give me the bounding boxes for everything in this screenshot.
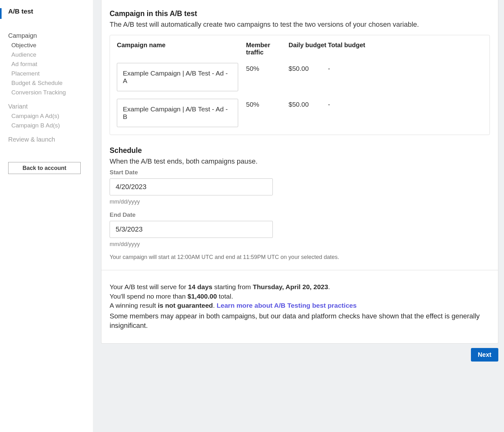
nav-item-placement[interactable]: Placement (11, 70, 87, 77)
summary-overlap-note: Some members may appear in both campaign… (110, 311, 490, 331)
schedule-desc: When the A/B test ends, both campaigns p… (110, 157, 490, 166)
nav-item-audience[interactable]: Audience (11, 51, 87, 58)
col-header-total: Total budget (328, 42, 483, 49)
schedule-heading: Schedule (110, 146, 490, 155)
col-header-name: Campaign name (117, 42, 246, 49)
nav-item-ad-format[interactable]: Ad format (11, 61, 87, 68)
form-card: Campaign in this A/B test The A/B test w… (101, 0, 498, 344)
sidebar-gutter (93, 0, 101, 432)
main-panel: Campaign in this A/B test The A/B test w… (101, 0, 504, 432)
summary-line-duration: Your A/B test will serve for 14 days sta… (110, 282, 490, 291)
start-date-hint: mm/dd/yyyy (110, 199, 490, 205)
summary-spend-cap: $1,400.00 (187, 293, 217, 300)
nav-item-conversion-tracking[interactable]: Conversion Tracking (11, 89, 87, 96)
nav-section-review-launch[interactable]: Review & launch (8, 136, 87, 143)
campaigns-table-header: Campaign name Member traffic Daily budge… (117, 42, 483, 56)
active-indicator (0, 8, 2, 19)
campaigns-desc: The A/B test will automatically create t… (110, 20, 490, 29)
summary-duration: 14 days (188, 283, 212, 290)
campaigns-table: Campaign name Member traffic Daily budge… (110, 35, 490, 135)
end-date-input[interactable] (110, 221, 273, 238)
nav-item-campaign-b-ads[interactable]: Campaign B Ad(s) (11, 122, 87, 129)
end-date-label: End Date (110, 211, 490, 218)
campaign-traffic-a: 50% (246, 63, 289, 72)
nav-section-abtest[interactable]: A/B test (8, 8, 87, 15)
start-date-input[interactable] (110, 178, 273, 195)
table-row: Example Campaign | A/B Test - Ad - A 50%… (117, 63, 483, 91)
nav-item-budget-schedule[interactable]: Budget & Schedule (11, 80, 87, 87)
col-header-traffic: Member traffic (246, 42, 289, 56)
footer-bar: Next (101, 344, 504, 362)
summary-line-spend: You'll spend no more than $1,400.00 tota… (110, 292, 490, 301)
campaign-total-b: - (328, 99, 483, 108)
next-button[interactable]: Next (471, 348, 498, 362)
nav-item-objective[interactable]: Objective (11, 42, 87, 49)
col-header-daily: Daily budget (289, 42, 328, 49)
learn-more-link[interactable]: Learn more about A/B Testing best practi… (217, 302, 357, 309)
table-row: Example Campaign | A/B Test - Ad - B 50%… (117, 99, 483, 127)
nav-section-variant[interactable]: Variant (8, 103, 87, 110)
campaign-total-a: - (328, 63, 483, 72)
schedule-timezone-note: Your campaign will start at 12:00AM UTC … (110, 254, 490, 261)
end-date-hint: mm/dd/yyyy (110, 241, 490, 248)
summary-panel: Your A/B test will serve for 14 days sta… (101, 270, 498, 343)
nav-item-campaign-a-ads[interactable]: Campaign A Ad(s) (11, 113, 87, 120)
back-to-account-button[interactable]: Back to account (8, 162, 81, 174)
left-nav: A/B test Campaign Objective Audience Ad … (0, 0, 93, 432)
schedule-section: Schedule When the A/B test ends, both ca… (110, 146, 490, 261)
summary-not-guaranteed: is not guaranteed (158, 302, 213, 309)
campaign-name-input-a[interactable]: Example Campaign | A/B Test - Ad - A (117, 63, 238, 91)
campaigns-heading: Campaign in this A/B test (110, 9, 490, 18)
summary-start-date: Thursday, April 20, 2023 (253, 283, 328, 290)
campaign-daily-b: $50.00 (289, 99, 328, 108)
campaign-name-input-b[interactable]: Example Campaign | A/B Test - Ad - B (117, 99, 238, 127)
start-date-label: Start Date (110, 169, 490, 176)
campaign-daily-a: $50.00 (289, 63, 328, 72)
summary-line-guarantee: A winning result is not guaranteed. Lear… (110, 301, 490, 310)
nav-section-campaign[interactable]: Campaign (8, 32, 87, 39)
campaign-traffic-b: 50% (246, 99, 289, 108)
